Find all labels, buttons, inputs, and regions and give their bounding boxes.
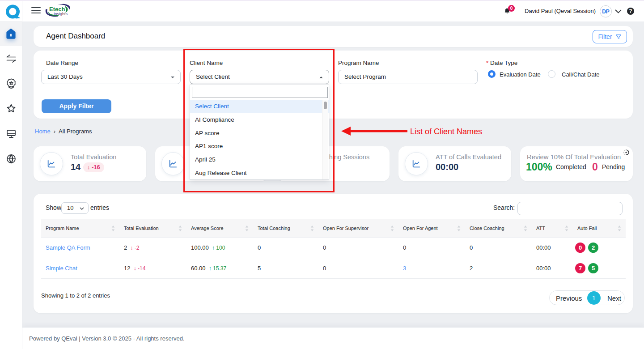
svg-text:Insights: Insights xyxy=(54,12,68,16)
